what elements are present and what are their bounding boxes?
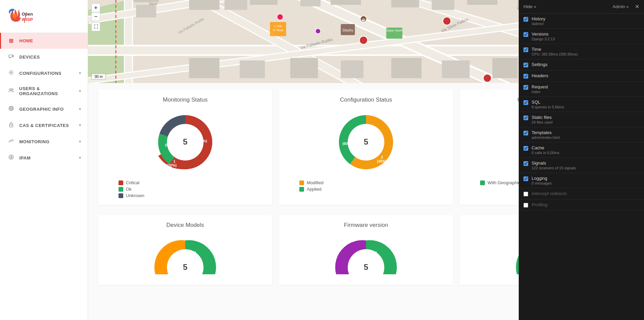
debug-item-history[interactable]: History /admin/ xyxy=(519,14,644,29)
critical-label: Critical xyxy=(126,180,139,185)
sidebar-item-geographic[interactable]: GEOGRAPHIC INFO ▾ xyxy=(0,101,88,117)
svg-text:(20%): (20%) xyxy=(191,255,199,259)
debug-admin-link[interactable]: Admin » xyxy=(613,4,629,9)
debug-checkbox-signals[interactable] xyxy=(523,161,528,166)
applied-label: Applied xyxy=(307,187,321,192)
debug-cache-sublabel: 0 calls in 0.00ms xyxy=(532,151,639,155)
debug-checkbox-time[interactable] xyxy=(523,47,528,52)
debug-logging-sublabel: 0 messages xyxy=(532,181,639,185)
svg-rect-47 xyxy=(240,60,265,78)
sidebar: Open WiSP ⊞ HOME DEVICES CONFIGURATIONS … xyxy=(0,0,88,320)
debug-item-settings[interactable]: Settings xyxy=(519,59,644,70)
monitoring-donut-svg: 5 3 (60%) 1 (20%) 1 (20%) xyxy=(151,108,219,176)
debug-sql-sublabel: 8 queries in 5.66ms xyxy=(532,105,639,109)
zoom-in-button[interactable]: + xyxy=(91,3,100,12)
debug-logging-label: Logging xyxy=(532,176,639,181)
debug-item-templates[interactable]: Templates admin/index.html xyxy=(519,127,644,143)
sidebar-item-users-orgs[interactable]: USERS & ORGANIZATIONS ▾ xyxy=(0,81,88,101)
debug-checkbox-static-files[interactable] xyxy=(523,115,528,120)
unknown-dot xyxy=(119,193,123,198)
sidebar-item-devices[interactable]: DEVICES xyxy=(0,49,88,65)
svg-text:5: 5 xyxy=(183,262,187,272)
svg-rect-40 xyxy=(391,0,419,7)
debug-item-request[interactable]: Request index xyxy=(519,82,644,97)
debug-close-icon[interactable]: ✕ xyxy=(635,3,639,10)
sidebar-item-monitoring[interactable]: MONITORING ▾ xyxy=(0,133,88,150)
debug-item-versions[interactable]: Versions Django 3.2.13 xyxy=(519,29,644,44)
geo-dot xyxy=(480,180,485,185)
debug-item-static-files[interactable]: Static files 24 files used xyxy=(519,112,644,127)
debug-checkbox-profiling[interactable] xyxy=(523,203,528,208)
debug-templates-sublabel: admin/index.html xyxy=(532,135,639,140)
svg-text:L'Arte: L'Arte xyxy=(274,24,282,28)
svg-rect-4 xyxy=(13,55,14,57)
debug-checkbox-request[interactable] xyxy=(523,85,528,90)
svg-text:1: 1 xyxy=(194,251,196,255)
debug-item-logging[interactable]: Logging 0 messages xyxy=(519,173,644,188)
configurations-icon xyxy=(8,70,15,77)
device-models-title: Device Models xyxy=(105,222,265,229)
legend-critical: Critical xyxy=(119,180,139,185)
svg-text:(60%): (60%) xyxy=(165,143,175,147)
debug-hide-button[interactable]: Hide » xyxy=(523,4,536,9)
zoom-out-button[interactable]: − xyxy=(91,12,100,21)
svg-text:3: 3 xyxy=(171,139,173,143)
svg-text:2: 2 xyxy=(381,155,383,159)
debug-signals-label: Signals xyxy=(532,161,639,166)
chevron-down-icon: ▾ xyxy=(79,139,81,144)
debug-history-sublabel: /admin/ xyxy=(532,22,639,26)
debug-panel: Hide » Admin » ✕ History /admin/ Version… xyxy=(519,0,644,320)
legend-ok: Ok xyxy=(119,187,132,192)
debug-item-cache[interactable]: Cache 0 calls in 0.00ms xyxy=(519,143,644,158)
svg-text:1: 1 xyxy=(173,159,175,163)
ok-label: Ok xyxy=(126,187,132,192)
debug-checkbox-headers[interactable] xyxy=(523,74,528,79)
debug-checkbox-cache[interactable] xyxy=(523,146,528,151)
sidebar-item-ipam[interactable]: IPAM ▾ xyxy=(0,150,88,166)
cas-certs-icon xyxy=(8,122,15,129)
debug-item-intercept-redirects[interactable]: Intercept redirects xyxy=(519,188,644,199)
svg-rect-50 xyxy=(391,58,422,78)
svg-point-8 xyxy=(9,89,11,90)
fullscreen-button[interactable]: ⛶ xyxy=(91,22,100,31)
svg-text:Super Wash: Super Wash xyxy=(386,29,403,32)
svg-point-7 xyxy=(10,72,12,73)
debug-checkbox-settings[interactable] xyxy=(523,63,528,67)
svg-rect-38 xyxy=(300,0,321,6)
debug-checkbox-history[interactable] xyxy=(523,17,528,22)
sidebar-item-configurations[interactable]: CONFIGURATIONS ▾ xyxy=(0,65,88,81)
debug-checkbox-sql[interactable] xyxy=(523,100,528,105)
debug-versions-sublabel: Django 3.2.13 xyxy=(532,37,639,41)
debug-static-files-label: Static files xyxy=(532,115,639,120)
chevron-down-icon: ▾ xyxy=(79,71,81,76)
modified-label: Modified xyxy=(307,180,323,185)
svg-rect-34 xyxy=(136,5,156,17)
svg-rect-41 xyxy=(432,0,454,10)
debug-cache-label: Cache xyxy=(532,145,639,150)
device-models-donut-svg: 5 1 (20%) xyxy=(151,234,219,274)
debug-checkbox-templates[interactable] xyxy=(523,131,528,135)
legend-unknown: Unknown xyxy=(119,193,144,198)
svg-text:(20%): (20%) xyxy=(197,139,207,143)
svg-rect-46 xyxy=(189,58,220,78)
svg-rect-35 xyxy=(189,0,220,10)
monitoring-status-chart: 5 3 (60%) 1 (20%) 1 (20%) xyxy=(105,108,265,176)
debug-item-signals[interactable]: Signals 122 receivers of 15 signals xyxy=(519,158,644,173)
svg-rect-49 xyxy=(341,60,363,78)
debug-item-time[interactable]: Time CPU: 382.58ms (390.95ms) xyxy=(519,44,644,59)
debug-item-headers[interactable]: Headers xyxy=(519,70,644,82)
svg-rect-39 xyxy=(331,0,361,5)
sidebar-item-home[interactable]: ⊞ HOME xyxy=(0,33,88,49)
monitoring-center-value: 5 xyxy=(183,137,187,146)
debug-checkbox-intercept-redirects[interactable] xyxy=(523,192,528,196)
debug-versions-label: Versions xyxy=(532,31,639,37)
debug-item-sql[interactable]: SQL 8 queries in 5.66ms xyxy=(519,97,644,112)
debug-checkbox-logging[interactable] xyxy=(523,176,528,181)
debug-settings-label: Settings xyxy=(532,62,639,67)
legend-modified: Modified xyxy=(299,180,323,185)
svg-text:Open: Open xyxy=(22,12,33,17)
debug-checkbox-versions[interactable] xyxy=(523,32,528,37)
debug-item-profiling[interactable]: Profiling xyxy=(519,199,644,211)
sidebar-item-cas-certs[interactable]: CAS & CERTIFICATES ▾ xyxy=(0,117,88,133)
critical-dot xyxy=(119,180,123,185)
